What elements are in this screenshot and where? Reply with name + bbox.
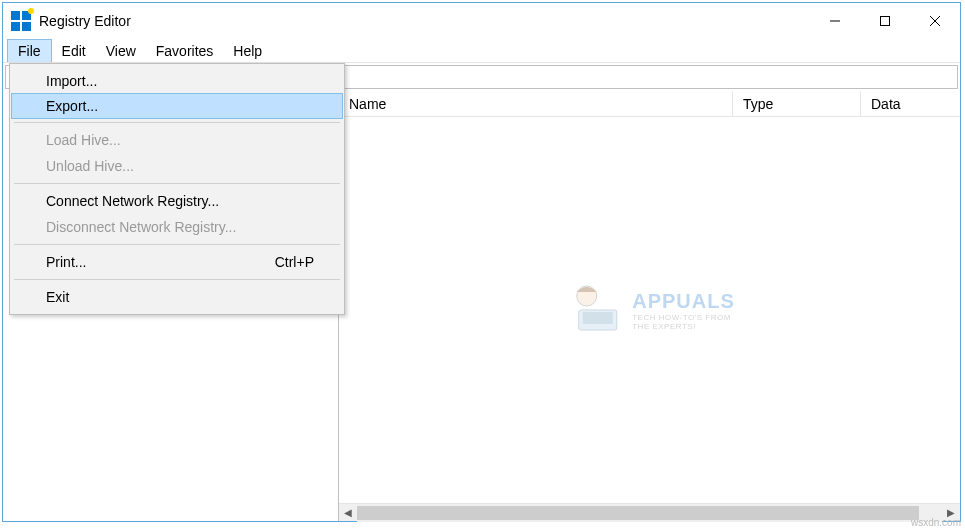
watermark: APPUALS TECH HOW-TO'S FROM THE EXPERTS!: [564, 280, 735, 340]
minimize-button[interactable]: [810, 3, 860, 39]
list-header: Name Type Data: [339, 91, 960, 117]
app-icon: [11, 11, 31, 31]
menu-separator: [14, 183, 340, 184]
menu-item-disconnect-network-registry: Disconnect Network Registry...: [12, 214, 342, 240]
watermark-sub1: TECH HOW-TO'S FROM: [632, 313, 735, 322]
column-name[interactable]: Name: [339, 91, 733, 116]
scroll-left-icon[interactable]: ◀: [339, 504, 357, 522]
menu-item-unload-hive: Unload Hive...: [12, 153, 342, 179]
watermark-sub2: THE EXPERTS!: [632, 322, 735, 331]
menu-item-exit[interactable]: Exit: [12, 284, 342, 310]
menu-item-label: Export...: [46, 98, 98, 114]
menu-view[interactable]: View: [96, 39, 146, 62]
menu-item-import[interactable]: Import...: [12, 68, 342, 94]
horizontal-scrollbar[interactable]: ◀ ▶: [339, 503, 960, 521]
menubar: File Edit View Favorites Help: [3, 39, 960, 63]
menu-item-label: Print...: [46, 254, 86, 270]
menu-separator: [14, 244, 340, 245]
close-button[interactable]: [910, 3, 960, 39]
svg-rect-5: [578, 310, 616, 330]
column-type[interactable]: Type: [733, 91, 861, 116]
menu-item-connect-network-registry[interactable]: Connect Network Registry...: [12, 188, 342, 214]
svg-rect-1: [881, 17, 890, 26]
window-controls: [810, 3, 960, 39]
menu-item-label: Connect Network Registry...: [46, 193, 219, 209]
source-credit: wsxdn.com: [911, 517, 961, 528]
window-title: Registry Editor: [39, 13, 131, 29]
menu-separator: [14, 279, 340, 280]
titlebar: Registry Editor: [3, 3, 960, 39]
menu-item-load-hive: Load Hive...: [12, 127, 342, 153]
svg-rect-6: [582, 312, 612, 324]
scroll-thumb[interactable]: [357, 506, 919, 520]
maximize-button[interactable]: [860, 3, 910, 39]
menu-item-export[interactable]: Export...: [11, 93, 343, 119]
menu-item-print[interactable]: Print... Ctrl+P: [12, 249, 342, 275]
svg-point-4: [576, 286, 596, 306]
scroll-track[interactable]: [357, 504, 942, 522]
menu-separator: [14, 122, 340, 123]
file-menu-dropdown: Import... Export... Load Hive... Unload …: [9, 63, 345, 315]
menu-edit[interactable]: Edit: [52, 39, 96, 62]
list-pane: Name Type Data APPUALS: [339, 91, 960, 521]
menu-item-label: Disconnect Network Registry...: [46, 219, 236, 235]
registry-editor-window: Registry Editor File Edit View Favorites…: [2, 2, 961, 522]
menu-item-label: Load Hive...: [46, 132, 121, 148]
menu-item-shortcut: Ctrl+P: [275, 254, 314, 270]
watermark-title: APPUALS: [632, 290, 735, 313]
menu-file[interactable]: File: [7, 39, 52, 62]
menu-item-label: Import...: [46, 73, 97, 89]
menu-help[interactable]: Help: [223, 39, 272, 62]
list-body[interactable]: APPUALS TECH HOW-TO'S FROM THE EXPERTS!: [339, 117, 960, 503]
menu-item-label: Unload Hive...: [46, 158, 134, 174]
menu-item-label: Exit: [46, 289, 69, 305]
column-data[interactable]: Data: [861, 91, 960, 116]
menu-favorites[interactable]: Favorites: [146, 39, 224, 62]
